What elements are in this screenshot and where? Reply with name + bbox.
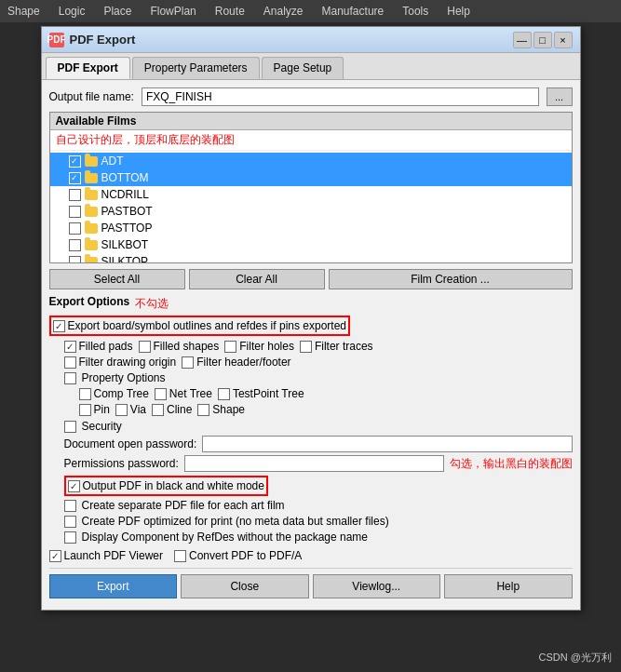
film-checkbox-adt[interactable]: ✓: [69, 155, 81, 168]
create-optimized-label: Create PDF optimized for print (no meta …: [82, 515, 389, 528]
testpoint-tree-checkbox[interactable]: [218, 388, 230, 400]
filter-header-checkbox[interactable]: [182, 356, 194, 369]
tab-property-parameters[interactable]: Property Parameters: [132, 57, 260, 79]
menu-logic[interactable]: Logic: [55, 3, 89, 20]
testpoint-tree-item: TestPoint Tree: [218, 387, 304, 400]
net-tree-label: Net Tree: [169, 387, 212, 400]
film-creation-button[interactable]: Film Creation ...: [329, 269, 573, 289]
film-item-bottom[interactable]: ✓ BOTTOM: [50, 169, 572, 186]
cline-item: Cline: [152, 403, 192, 416]
cline-label: Cline: [167, 403, 192, 416]
perm-password-input[interactable]: [184, 455, 444, 472]
menu-route[interactable]: Route: [211, 3, 249, 20]
titlebar: PDF PDF Export — □ ×: [42, 27, 580, 53]
film-checkbox-bottom[interactable]: ✓: [69, 172, 81, 184]
filter-holes-checkbox[interactable]: [224, 341, 236, 353]
film-item-silktop[interactable]: SILKTOP: [50, 253, 572, 262]
launch-row: Launch PDF Viewer Convert PDF to PDF/A: [49, 549, 573, 562]
filter-options-row: Filter drawing origin Filter header/foot…: [49, 356, 573, 369]
close-button[interactable]: ×: [554, 32, 573, 48]
film-checkbox-silktop[interactable]: [69, 256, 81, 263]
menu-place[interactable]: Place: [100, 3, 135, 20]
film-name-bottom: BOTTOM: [101, 171, 149, 184]
window-controls: — □ ×: [513, 32, 573, 48]
output-bw-checkbox[interactable]: [68, 480, 80, 492]
film-name-pasttop: PASTTOP: [101, 222, 153, 235]
film-name-silktop: SILKTOP: [101, 255, 148, 262]
film-item-adt[interactable]: ✓ ADT: [50, 153, 572, 169]
film-item-pasttop[interactable]: PASTTOP: [50, 220, 572, 236]
export-outlines-checkbox[interactable]: [53, 320, 65, 332]
minimize-button[interactable]: —: [513, 32, 532, 48]
film-item-silkbot[interactable]: SILKBOT: [50, 236, 572, 253]
launch-pdf-checkbox[interactable]: [49, 550, 61, 562]
via-checkbox[interactable]: [115, 404, 128, 416]
menu-manufacture[interactable]: Manufacture: [318, 3, 388, 20]
property-options-checkbox[interactable]: [64, 372, 76, 384]
display-component-checkbox[interactable]: [64, 531, 76, 544]
maximize-button[interactable]: □: [533, 32, 552, 48]
doc-password-input[interactable]: [202, 436, 572, 452]
comp-tree-label: Comp Tree: [94, 387, 149, 400]
export-options-section: Export Options 不勾选 Export board/symbol o…: [49, 295, 573, 544]
viewlog-button[interactable]: Viewlog...: [313, 574, 441, 598]
perm-password-label: Permissions password:: [64, 457, 179, 470]
tab-page-setup[interactable]: Page Setup: [262, 57, 344, 79]
filled-shapes-checkbox[interactable]: [139, 341, 151, 353]
cline-checkbox[interactable]: [152, 404, 164, 416]
films-buttons-row: Select All Clear All Film Creation ...: [49, 269, 573, 289]
window-title: PDF Export: [70, 33, 136, 47]
security-checkbox[interactable]: [64, 421, 76, 433]
film-checkbox-pasttop[interactable]: [69, 222, 81, 235]
action-buttons-row: Export Close Viewlog... Help: [49, 568, 573, 602]
film-name-ncdrill: NCDRILL: [101, 188, 149, 201]
film-item-ncdrill[interactable]: NCDRILL: [50, 186, 572, 203]
menu-flowplan[interactable]: FlowPlan: [146, 3, 199, 20]
export-options-annotation: 不勾选: [135, 296, 169, 312]
output-file-row: Output file name: ...: [49, 87, 573, 106]
watermark: CSDN @光万利: [539, 651, 612, 665]
via-item: Via: [115, 403, 146, 416]
help-button[interactable]: Help: [444, 574, 573, 598]
create-optimized-checkbox[interactable]: [64, 516, 76, 528]
menu-tools[interactable]: Tools: [398, 3, 432, 20]
menubar: Shape Logic Place FlowPlan Route Analyze…: [0, 0, 621, 22]
comp-tree-item: Comp Tree: [79, 387, 149, 400]
export-outlines-label: Export board/symbol outlines and refdes …: [68, 319, 347, 332]
menu-shape[interactable]: Shape: [4, 3, 44, 20]
shape-checkbox[interactable]: [197, 404, 209, 416]
select-all-button[interactable]: Select All: [49, 269, 185, 289]
filled-shapes-item: Filled shapes: [139, 340, 220, 353]
folder-icon-silkbot: [85, 240, 98, 250]
pin-checkbox[interactable]: [79, 404, 91, 416]
convert-pdf-checkbox[interactable]: [174, 550, 186, 562]
doc-password-label: Document open password:: [64, 437, 197, 450]
net-tree-checkbox[interactable]: [155, 388, 167, 400]
clear-all-button[interactable]: Clear All: [189, 269, 325, 289]
film-name-adt: ADT: [101, 155, 124, 168]
folder-icon-pastbot: [85, 207, 98, 217]
filter-traces-checkbox[interactable]: [300, 341, 312, 353]
launch-pdf-label: Launch PDF Viewer: [64, 549, 164, 562]
comp-tree-checkbox[interactable]: [79, 388, 91, 400]
film-checkbox-ncdrill[interactable]: [69, 189, 81, 201]
browse-button[interactable]: ...: [547, 87, 573, 106]
tab-pdf-export[interactable]: PDF Export: [46, 57, 130, 79]
create-separate-checkbox[interactable]: [64, 500, 76, 512]
film-checkbox-silkbot[interactable]: [69, 239, 81, 251]
create-optimized-row: Create PDF optimized for print (no meta …: [49, 515, 573, 528]
filled-pads-label: Filled pads: [79, 340, 133, 353]
menu-analyze[interactable]: Analyze: [260, 3, 307, 20]
filter-drawing-checkbox[interactable]: [64, 356, 76, 369]
close-button[interactable]: Close: [181, 574, 309, 598]
export-button[interactable]: Export: [49, 574, 178, 598]
film-item-pastbot[interactable]: PASTBOT: [50, 203, 572, 220]
output-filename-input[interactable]: [142, 87, 539, 106]
filled-pads-checkbox[interactable]: [64, 341, 76, 353]
filter-holes-item: Filter holes: [224, 340, 294, 353]
menu-help[interactable]: Help: [443, 3, 474, 20]
property-suboptions-row2: Pin Via Cline Shape: [49, 403, 573, 416]
filter-header-label: Filter header/footer: [196, 356, 290, 369]
film-checkbox-pastbot[interactable]: [69, 206, 81, 218]
filter-traces-label: Filter traces: [315, 340, 373, 353]
